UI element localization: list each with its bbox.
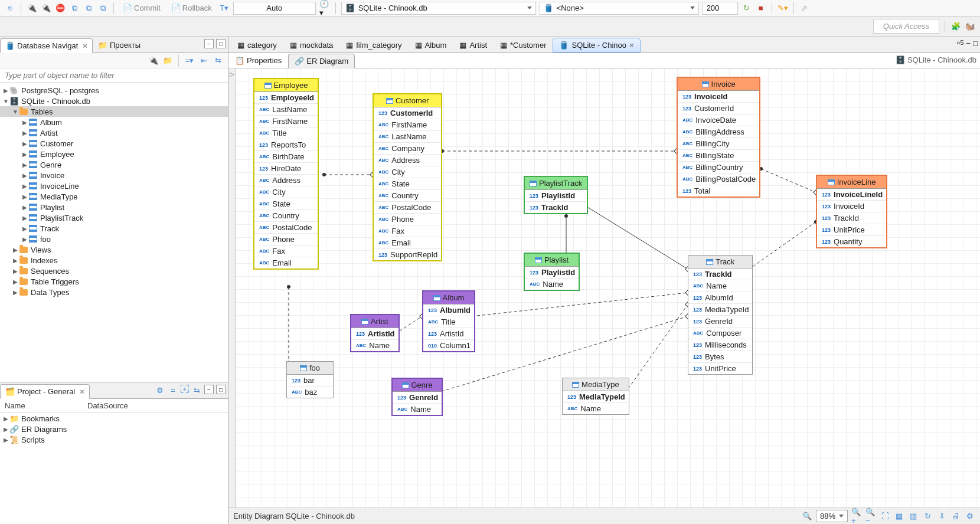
tab-database-navigator[interactable]: 🛢️ Database Navigat× [0, 38, 93, 53]
entity-header[interactable]: Playlist [525, 254, 579, 267]
entity-column[interactable]: 123PlaylistId [525, 267, 579, 279]
filter-input[interactable] [0, 68, 228, 83]
perspective-db-icon[interactable]: 🧩 [950, 21, 961, 32]
minimize-icon[interactable]: − [204, 385, 214, 394]
entity-column[interactable]: ABCPostalCode [374, 202, 441, 214]
print-icon[interactable]: 🖨 [950, 511, 961, 522]
new-conn-icon[interactable]: ⎋ [5, 3, 15, 14]
entity-header[interactable]: InvoiceLine [817, 176, 886, 189]
sql-editor-icon[interactable]: ⧉ [69, 3, 80, 14]
tree-item[interactable]: ▶Views [0, 244, 228, 255]
entity-column[interactable]: ABCAddress [374, 155, 441, 166]
entity-column[interactable]: ABCBillingState [678, 150, 759, 162]
tree-item[interactable]: ▼Tables [0, 106, 228, 117]
entity-column[interactable]: 123Milliseconds [688, 339, 752, 351]
entity-mediatype[interactable]: MediaType123MediaTypeIdABCName [562, 378, 629, 415]
tree-item[interactable]: ▶foo [0, 234, 228, 244]
entity-column[interactable]: ABCTitle [254, 127, 318, 139]
entity-column[interactable]: 123ReportsTo [254, 139, 318, 151]
entity-column[interactable]: ABCComposer [688, 328, 752, 339]
tree-item[interactable]: ▶Album [0, 117, 228, 127]
entity-column[interactable]: ABCbaz [287, 387, 333, 398]
tree-item[interactable]: ▶Customer [0, 138, 228, 149]
entity-column[interactable]: ABCFirstName [374, 119, 441, 131]
entity-header[interactable]: Customer [374, 94, 441, 107]
entity-header[interactable]: Album [423, 292, 474, 304]
entity-column[interactable]: ABCName [351, 340, 398, 351]
tx-mode-icon[interactable]: T▾ [219, 3, 230, 14]
entity-employee[interactable]: Employee123EmployeeIdABCLastNameABCFirst… [253, 78, 319, 270]
er-canvas[interactable]: Employee123EmployeeIdABCLastNameABCFirst… [236, 68, 980, 507]
entity-column[interactable]: 123InvoiceId [817, 201, 886, 212]
connection-combo[interactable]: 🗄️ SQLite - Chinook.db [341, 2, 536, 15]
plug-off-icon[interactable]: ⛔ [55, 3, 66, 14]
editor-tab[interactable]: ▦category [231, 38, 283, 53]
tree-item[interactable]: ▶Employee [0, 149, 228, 159]
entity-header[interactable]: PlaylistTrack [525, 177, 587, 190]
entity-column[interactable]: ABCInvoiceDate [678, 114, 759, 126]
tree-item[interactable]: ▶Genre [0, 159, 228, 170]
entity-column[interactable]: ABCPostalCode [254, 222, 318, 234]
entity-column[interactable]: ABCFax [254, 245, 318, 257]
project-item[interactable]: ▶📁Bookmarks [0, 413, 228, 424]
gear-icon[interactable]: ⚙ [155, 385, 165, 395]
tree-item[interactable]: ▶Indexes [0, 255, 228, 266]
entity-column[interactable]: 123Total [678, 185, 759, 196]
entity-column[interactable]: 123TrackId [817, 212, 886, 224]
entity-column[interactable]: 123InvoiceId [678, 91, 759, 103]
tree-item[interactable]: ▶Data Types [0, 287, 228, 297]
editor-tab[interactable]: ▦*Customer [494, 38, 553, 53]
collapse-icon[interactable]: ⇤ [198, 55, 209, 66]
entity-column[interactable]: 010Column1 [423, 340, 474, 351]
entity-header[interactable]: MediaType [563, 378, 629, 391]
entity-column[interactable]: ABCTitle [423, 316, 474, 328]
entity-column[interactable]: ABCCity [374, 166, 441, 178]
editor-tab[interactable]: ▦Album [409, 38, 453, 53]
entity-column[interactable]: 123Bytes [688, 351, 752, 363]
entity-column[interactable]: ABCState [254, 198, 318, 210]
fit-icon[interactable]: ⛶ [880, 511, 890, 522]
tree-item[interactable]: ▶Sequences [0, 266, 228, 276]
refresh-icon[interactable]: ↻ [922, 511, 933, 522]
project-item[interactable]: ▶📜Scripts [0, 434, 228, 445]
entity-album[interactable]: Album123AlbumIdABCTitle123ArtistId010Col… [422, 290, 475, 352]
settings-icon[interactable]: ⚙ [965, 511, 975, 522]
navigator-tree[interactable]: ▶🐘PostgreSQL - postgres▼🗄️SQLite - Chino… [0, 83, 228, 382]
tab-overflow[interactable]: »5 [956, 39, 963, 48]
minimize-icon[interactable]: − [966, 39, 971, 48]
entity-column[interactable]: ABCPhone [374, 214, 441, 225]
entity-column[interactable]: ABCBillingCountry [678, 162, 759, 173]
entity-playlisttrack[interactable]: PlaylistTrack123PlaylistId123TrackId [524, 176, 588, 214]
entity-column[interactable]: ABCName [688, 280, 752, 292]
tree-item[interactable]: ▶InvoiceLine [0, 181, 228, 191]
entity-column[interactable]: ABCEmail [374, 237, 441, 249]
maximize-icon[interactable]: □ [973, 39, 978, 48]
entity-column[interactable]: 123UnitPrice [817, 224, 886, 236]
entity-column[interactable]: 123GenreId [688, 316, 752, 328]
schema-combo[interactable]: 🛢️ <None> [540, 2, 699, 15]
add-icon[interactable]: + [181, 385, 189, 393]
close-icon[interactable]: × [80, 41, 87, 50]
link-editor-icon[interactable]: ⇆ [213, 55, 223, 66]
minimize-icon[interactable]: − [204, 39, 214, 48]
project-tree[interactable]: Name DataSource ▶📁Bookmarks▶🔗ER Diagrams… [0, 399, 228, 524]
zoom-combo[interactable]: 88% [816, 510, 848, 522]
entity-column[interactable]: 123AlbumId [688, 292, 752, 304]
entity-header[interactable]: Track [688, 256, 752, 268]
history-icon[interactable]: 🕘▾ [319, 3, 330, 14]
tree-item[interactable]: ▶Track [0, 223, 228, 234]
plug-connect-icon[interactable]: 🔌 [27, 3, 37, 14]
equals-icon[interactable]: =▾ [184, 55, 195, 66]
entity-column[interactable]: ABCBirthDate [254, 151, 318, 163]
project-item[interactable]: ▶🔗ER Diagrams [0, 424, 228, 434]
rows-limit-input[interactable] [703, 2, 738, 15]
link-editor-icon[interactable]: ⇆ [191, 385, 202, 395]
export-icon[interactable]: ⇩ [936, 511, 947, 522]
col-datasource[interactable]: DataSource [83, 399, 133, 412]
stop-icon[interactable]: ■ [756, 3, 766, 14]
tree-item[interactable]: ▶Invoice [0, 170, 228, 181]
search-icon[interactable]: 🔍 [802, 511, 812, 522]
entity-column[interactable]: ABCFax [374, 225, 441, 237]
entity-invoice[interactable]: Invoice123InvoiceId123CustomerIdABCInvoi… [677, 77, 760, 198]
commit-button[interactable]: 📄Commit [119, 2, 164, 14]
